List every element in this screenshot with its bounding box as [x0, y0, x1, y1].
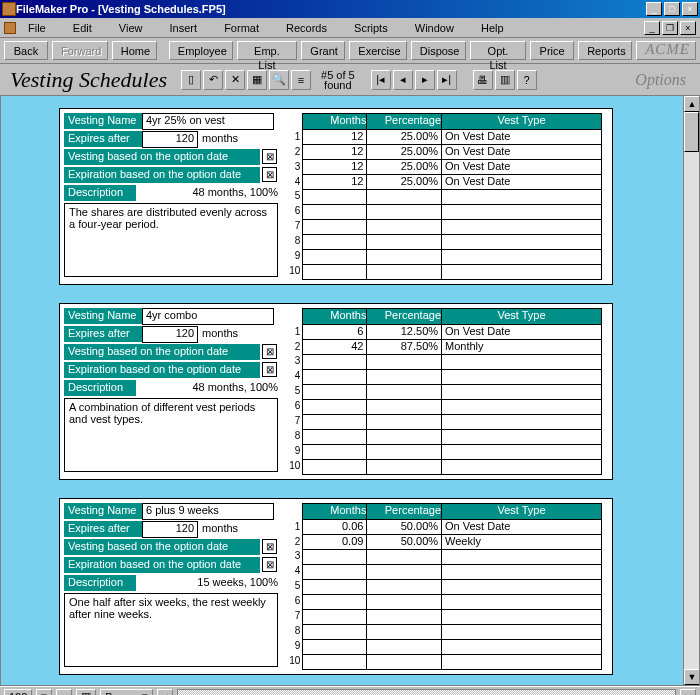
vest-type-cell[interactable]: On Vest Date: [442, 175, 602, 190]
vest-type-cell[interactable]: [442, 610, 602, 625]
vest-type-cell[interactable]: On Vest Date: [442, 145, 602, 160]
last-record-icon[interactable]: ▸|: [437, 70, 457, 90]
menu-format[interactable]: Format: [224, 22, 259, 34]
months-cell[interactable]: [303, 415, 367, 430]
percentage-cell[interactable]: 12.50%: [367, 325, 442, 340]
months-cell[interactable]: [303, 400, 367, 415]
menu-view[interactable]: View: [119, 22, 143, 34]
vest-type-cell[interactable]: [442, 415, 602, 430]
list-icon[interactable]: ▦: [247, 70, 267, 90]
months-cell[interactable]: [303, 220, 367, 235]
percentage-cell[interactable]: [367, 550, 442, 565]
vest-type-cell[interactable]: [442, 235, 602, 250]
vest-type-cell[interactable]: [442, 385, 602, 400]
forward-button[interactable]: Forward: [52, 41, 108, 60]
percentage-cell[interactable]: 50.00%: [367, 520, 442, 535]
percentage-cell[interactable]: [367, 235, 442, 250]
mdi-restore-button[interactable]: ❐: [662, 21, 678, 35]
months-cell[interactable]: [303, 625, 367, 640]
vest-type-cell[interactable]: [442, 265, 602, 280]
menu-records[interactable]: Records: [286, 22, 327, 34]
mdi-minimize-button[interactable]: _: [644, 21, 660, 35]
first-record-icon[interactable]: |◂: [371, 70, 391, 90]
grant-button[interactable]: Grant: [301, 41, 345, 60]
months-cell[interactable]: 6: [303, 325, 367, 340]
menu-edit[interactable]: Edit: [73, 22, 92, 34]
vest-type-cell[interactable]: [442, 460, 602, 475]
percentage-cell[interactable]: [367, 205, 442, 220]
percentage-cell[interactable]: [367, 460, 442, 475]
mode-label[interactable]: Browse ▾: [100, 689, 153, 696]
expires-field[interactable]: 120: [142, 326, 198, 343]
months-cell[interactable]: [303, 445, 367, 460]
undo-icon[interactable]: ↶: [203, 70, 223, 90]
months-cell[interactable]: [303, 460, 367, 475]
description-field[interactable]: One half after six weeks, the rest weekl…: [64, 593, 278, 667]
vest-type-cell[interactable]: [442, 445, 602, 460]
percentage-cell[interactable]: [367, 370, 442, 385]
vesting-name-field[interactable]: 6 plus 9 weeks: [142, 503, 274, 520]
price-button[interactable]: Price: [530, 41, 574, 60]
vest-type-cell[interactable]: [442, 655, 602, 670]
hscroll-left-icon[interactable]: ◂: [157, 689, 173, 696]
options-label[interactable]: Options: [635, 71, 686, 89]
percentage-cell[interactable]: [367, 415, 442, 430]
months-cell[interactable]: [303, 550, 367, 565]
months-cell[interactable]: [303, 580, 367, 595]
vest-type-cell[interactable]: [442, 355, 602, 370]
hscroll-right-icon[interactable]: ▸: [680, 689, 696, 696]
new-icon[interactable]: ▯: [181, 70, 201, 90]
vest-type-cell[interactable]: [442, 205, 602, 220]
vesting-name-field[interactable]: 4yr 25% on vest: [142, 113, 274, 130]
months-cell[interactable]: [303, 565, 367, 580]
vest-type-cell[interactable]: [442, 250, 602, 265]
months-cell[interactable]: [303, 250, 367, 265]
description-field[interactable]: The shares are distributed evenly across…: [64, 203, 278, 277]
scroll-up-icon[interactable]: ▲: [684, 96, 700, 112]
percentage-cell[interactable]: 25.00%: [367, 160, 442, 175]
months-cell[interactable]: [303, 235, 367, 250]
months-cell[interactable]: [303, 205, 367, 220]
export-icon[interactable]: ▥: [495, 70, 515, 90]
vest-type-cell[interactable]: [442, 640, 602, 655]
horizontal-scrollbar[interactable]: [177, 689, 676, 696]
months-cell[interactable]: 12: [303, 130, 367, 145]
months-cell[interactable]: 0.09: [303, 535, 367, 550]
percentage-cell[interactable]: [367, 355, 442, 370]
months-cell[interactable]: [303, 610, 367, 625]
zoom-in-icon[interactable]: ▵: [56, 689, 72, 696]
mdi-close-button[interactable]: ×: [680, 21, 696, 35]
vest-type-cell[interactable]: [442, 595, 602, 610]
vest-type-cell[interactable]: [442, 190, 602, 205]
percentage-cell[interactable]: [367, 430, 442, 445]
vesting-option-checkbox[interactable]: ⊠: [262, 539, 277, 554]
vest-type-cell[interactable]: [442, 550, 602, 565]
vesting-option-checkbox[interactable]: ⊠: [262, 149, 277, 164]
vest-type-cell[interactable]: Weekly: [442, 535, 602, 550]
months-cell[interactable]: [303, 655, 367, 670]
percentage-cell[interactable]: [367, 190, 442, 205]
status-area-toggle-icon[interactable]: ▥: [76, 689, 96, 696]
minimize-button[interactable]: _: [646, 2, 662, 16]
months-cell[interactable]: [303, 370, 367, 385]
close-button[interactable]: ×: [682, 2, 698, 16]
delete-icon[interactable]: ✕: [225, 70, 245, 90]
vest-type-cell[interactable]: [442, 430, 602, 445]
dispose-button[interactable]: Dispose: [411, 41, 466, 60]
percentage-cell[interactable]: [367, 610, 442, 625]
home-button[interactable]: Home: [112, 41, 157, 60]
months-cell[interactable]: [303, 595, 367, 610]
showall-icon[interactable]: ≡: [291, 70, 311, 90]
months-cell[interactable]: [303, 385, 367, 400]
help-icon[interactable]: ?: [517, 70, 537, 90]
percentage-cell[interactable]: 25.00%: [367, 130, 442, 145]
percentage-cell[interactable]: 87.50%: [367, 340, 442, 355]
months-cell[interactable]: 12: [303, 175, 367, 190]
months-cell[interactable]: [303, 355, 367, 370]
vertical-scrollbar[interactable]: ▲ ▼: [683, 96, 699, 685]
description-field[interactable]: A combination of different vest periods …: [64, 398, 278, 472]
vest-type-cell[interactable]: [442, 565, 602, 580]
months-cell[interactable]: 0.06: [303, 520, 367, 535]
vest-type-cell[interactable]: [442, 625, 602, 640]
percentage-cell[interactable]: [367, 250, 442, 265]
